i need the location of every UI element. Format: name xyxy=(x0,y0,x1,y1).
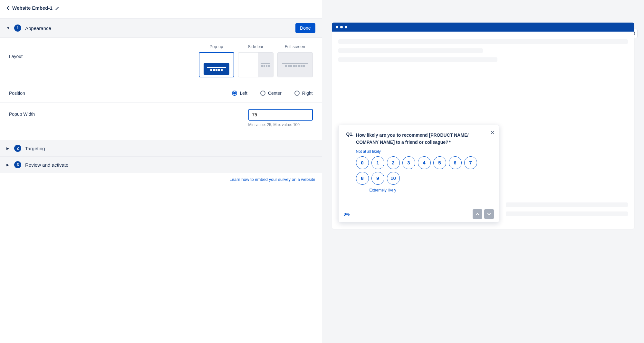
required-mark: * xyxy=(449,140,451,145)
position-right-label: Right xyxy=(302,91,313,96)
divider xyxy=(353,211,353,217)
position-center-label: Center xyxy=(268,91,282,96)
chevron-down-icon xyxy=(487,212,491,216)
nps-option-4[interactable]: 4 xyxy=(418,156,431,169)
section-appearance-header[interactable]: ▼ 1 Appearance Done xyxy=(0,18,322,38)
skeleton-line xyxy=(506,202,628,207)
section-review-header[interactable]: ▶ 3 Review and activate xyxy=(0,156,322,173)
survey-popup: ✕ Q1. How likely are you to recommend [P… xyxy=(338,125,499,222)
nps-option-0[interactable]: 0 xyxy=(356,156,369,169)
section-title: Appearance xyxy=(25,25,51,31)
nps-option-6[interactable]: 6 xyxy=(449,156,462,169)
nav-next-button[interactable] xyxy=(484,209,494,219)
position-radio-right[interactable]: Right xyxy=(294,91,313,96)
section-title: Targeting xyxy=(25,146,45,151)
popup-width-label: Popup Width xyxy=(9,109,73,117)
nps-option-10[interactable]: 10 xyxy=(387,172,400,185)
nps-option-5[interactable]: 5 xyxy=(433,156,446,169)
layout-option-popup[interactable]: Pop-up xyxy=(199,44,234,77)
caret-right-icon: ▶ xyxy=(6,146,10,151)
nps-option-3[interactable]: 3 xyxy=(402,156,415,169)
layout-option-popup-label: Pop-up xyxy=(210,44,223,49)
position-radio-center[interactable]: Center xyxy=(260,91,282,96)
popup-width-input[interactable] xyxy=(249,110,312,120)
close-icon[interactable]: ✕ xyxy=(490,130,495,136)
step-badge: 2 xyxy=(14,145,21,152)
position-left-label: Left xyxy=(240,91,247,96)
caret-right-icon: ▶ xyxy=(6,163,10,167)
nps-option-8[interactable]: 8 xyxy=(356,172,369,185)
section-targeting-header[interactable]: ▶ 2 Targeting xyxy=(0,140,322,156)
question-number: Q1. xyxy=(346,132,354,146)
nps-option-2[interactable]: 2 xyxy=(387,156,400,169)
question-text: How likely are you to recommend [PRODUCT… xyxy=(356,132,491,146)
preview-browser-bar xyxy=(332,23,635,32)
nps-option-1[interactable]: 1 xyxy=(371,156,384,169)
scale-anchor-low: Not at all likely xyxy=(356,149,491,154)
nps-option-9[interactable]: 9 xyxy=(371,172,384,185)
help-link[interactable]: Learn how to embed your survey on a webs… xyxy=(230,177,315,182)
chevron-up-icon xyxy=(476,212,479,216)
breadcrumb: Website Embed-1 xyxy=(0,0,322,18)
position-label: Position xyxy=(9,91,73,96)
back-chevron-icon[interactable] xyxy=(6,6,10,10)
skeleton-line xyxy=(338,48,483,53)
radio-icon xyxy=(260,91,265,96)
layout-option-sidebar[interactable]: Side bar xyxy=(238,44,274,77)
layout-option-sidebar-label: Side bar xyxy=(248,44,263,49)
done-button[interactable]: Done xyxy=(295,23,315,33)
skeleton-line xyxy=(506,211,628,216)
skeleton-line xyxy=(338,39,628,44)
section-title: Review and activate xyxy=(25,162,68,168)
position-radio-left[interactable]: Left xyxy=(232,91,247,96)
step-badge: 1 xyxy=(14,24,21,32)
layout-option-fullscreen[interactable]: Full screen xyxy=(277,44,313,77)
nav-prev-button[interactable] xyxy=(473,209,482,219)
step-badge: 3 xyxy=(14,161,21,168)
page-title: Website Embed-1 xyxy=(12,5,53,11)
layout-option-fullscreen-label: Full screen xyxy=(285,44,305,49)
preview-browser: ✕ Q1. How likely are you to recommend [P… xyxy=(332,23,635,229)
progress-percent: 0% xyxy=(344,212,350,217)
popup-width-hint: Min value: 25, Max value: 100 xyxy=(248,122,300,127)
radio-icon xyxy=(232,91,237,96)
nps-scale: 0 1 2 3 4 5 6 7 8 9 10 xyxy=(356,156,491,185)
popup-width-unit: % xyxy=(312,110,313,120)
caret-down-icon: ▼ xyxy=(6,26,10,30)
scale-anchor-high: Extremely likely xyxy=(370,188,491,192)
edit-pencil-icon[interactable] xyxy=(55,6,60,10)
skeleton-line xyxy=(338,57,498,62)
radio-icon xyxy=(294,91,300,96)
nps-option-7[interactable]: 7 xyxy=(464,156,477,169)
layout-label: Layout xyxy=(9,44,73,59)
